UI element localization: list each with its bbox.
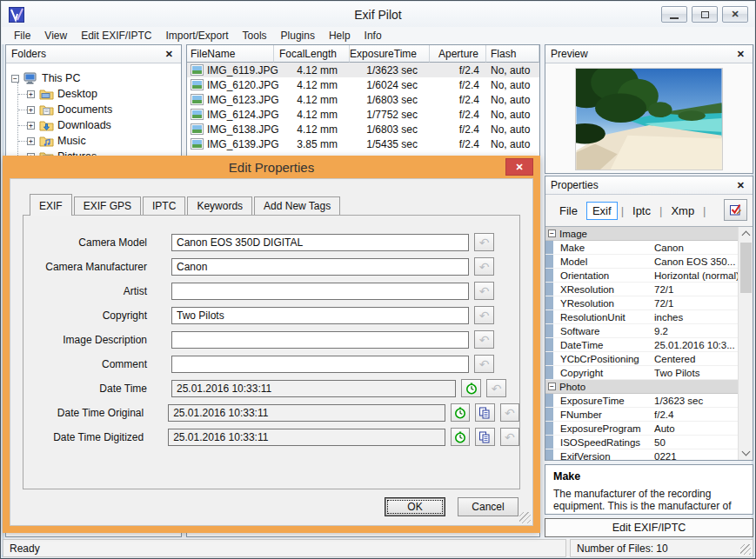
collapse-icon[interactable]: − — [548, 383, 556, 390]
property-row[interactable]: ModelCanon EOS 350... — [545, 255, 738, 269]
table-row[interactable]: IMG_6124.JPG 4.12 mm 1/7752 sec f/2.4 No… — [187, 107, 539, 122]
property-row[interactable]: YCbCrPositioningCentered — [545, 352, 738, 366]
property-row[interactable]: FNumberf/2.4 — [545, 408, 738, 422]
undo-button[interactable]: ↶ — [500, 403, 519, 422]
table-row[interactable]: IMG_6139.JPG 3.85 mm 1/5435 sec f/2.4 No… — [187, 136, 539, 151]
property-group-row[interactable]: −Image — [545, 227, 738, 241]
clock-button[interactable] — [461, 379, 481, 397]
property-row[interactable]: ResolutionUnitinches — [545, 310, 738, 324]
collapse-icon[interactable]: − — [11, 75, 19, 83]
minimize-button[interactable] — [661, 6, 687, 23]
scroll-up-icon[interactable] — [742, 231, 751, 240]
property-row[interactable]: ExifVersion0221 — [545, 449, 738, 460]
table-row[interactable]: IMG_6123.JPG 4.12 mm 1/6803 sec f/2.4 No… — [187, 92, 539, 107]
property-group-row[interactable]: −Photo — [545, 380, 738, 394]
cancel-button[interactable]: Cancel — [458, 497, 518, 516]
tree-item-documents[interactable]: + Documents — [6, 102, 181, 117]
menu-info[interactable]: Info — [358, 28, 389, 43]
clock-button[interactable] — [451, 403, 470, 422]
property-row[interactable]: DateTime25.01.2016 10:3... — [545, 338, 738, 352]
tab-add-new-tags[interactable]: Add New Tags — [254, 196, 340, 215]
dialog-resize-grip[interactable] — [519, 512, 531, 523]
property-row[interactable]: CopyrightTwo Pilots — [545, 366, 738, 380]
tab-iptc[interactable]: IPTC — [143, 196, 185, 215]
undo-button[interactable]: ↶ — [474, 257, 494, 276]
column-header-exposuretime[interactable]: ExposureTime — [350, 45, 430, 63]
properties-close-icon[interactable]: ✕ — [734, 180, 747, 191]
close-button[interactable]: ✕ — [722, 6, 748, 23]
menu-view[interactable]: View — [37, 28, 74, 43]
expand-icon[interactable]: + — [27, 122, 35, 130]
focal-length-value: 3.85 mm — [274, 138, 350, 150]
tab-file[interactable]: File — [554, 203, 583, 219]
dialog-close-button[interactable]: ✕ — [505, 158, 533, 176]
camera-manufacturer-field[interactable] — [171, 258, 469, 276]
undo-button[interactable]: ↶ — [474, 306, 494, 324]
tab-exif[interactable]: Exif — [586, 202, 618, 220]
column-header-focallength[interactable]: FocalLength — [274, 45, 350, 63]
column-header-filename[interactable]: FileName — [187, 45, 274, 63]
property-row[interactable]: ExposureProgramAuto — [545, 422, 738, 436]
property-row[interactable]: OrientationHorizontal (normal) — [545, 269, 738, 283]
property-row[interactable]: Software9.2 — [545, 324, 738, 338]
column-header-aperture[interactable]: Aperture — [430, 45, 486, 63]
focal-length-value: 4.12 mm — [274, 123, 350, 136]
tab-keywords[interactable]: Keywords — [187, 196, 252, 215]
expand-icon[interactable]: + — [27, 137, 35, 145]
undo-button[interactable]: ↶ — [474, 233, 494, 251]
menu-plugins[interactable]: Plugins — [274, 28, 322, 43]
menu-tools[interactable]: Tools — [236, 28, 274, 43]
date-time-digitized-field[interactable] — [168, 429, 445, 446]
tree-item-music[interactable]: + Music — [6, 133, 181, 149]
property-row[interactable]: XResolution72/1 — [545, 283, 738, 296]
clock-button[interactable] — [451, 428, 470, 446]
tab-exif[interactable]: EXIF — [30, 194, 72, 216]
menu-edit-exif-iptc[interactable]: Edit EXIF/IPTC — [74, 28, 158, 43]
camera-model-field[interactable] — [171, 234, 469, 251]
tab-xmp[interactable]: Xmp — [666, 203, 699, 219]
property-row[interactable]: ExposureTime1/3623 sec — [545, 394, 738, 408]
undo-button[interactable]: ↶ — [486, 379, 506, 397]
copy-button[interactable] — [475, 403, 494, 422]
date-time-original-field[interactable] — [168, 404, 445, 422]
tab-iptc[interactable]: Iptc — [627, 203, 656, 219]
collapse-icon[interactable]: − — [548, 230, 556, 237]
maximize-button[interactable] — [692, 6, 718, 23]
undo-button[interactable]: ↶ — [474, 330, 494, 349]
ok-button[interactable]: OK — [385, 497, 445, 516]
property-row[interactable]: MakeCanon — [545, 241, 738, 255]
expand-icon[interactable]: + — [27, 106, 35, 114]
menu-help[interactable]: Help — [322, 28, 358, 43]
scroll-down-icon[interactable] — [742, 448, 751, 456]
undo-button[interactable]: ↶ — [474, 355, 494, 373]
scrollbar-thumb[interactable] — [740, 243, 752, 293]
comment-field[interactable] — [171, 356, 469, 373]
tab-exif-gps[interactable]: EXIF GPS — [74, 196, 141, 215]
table-row[interactable]: IMG_6120.JPG 4.12 mm 1/6024 sec f/2.4 No… — [187, 77, 539, 92]
undo-button[interactable]: ↶ — [500, 428, 519, 446]
date-time-field[interactable] — [171, 380, 456, 397]
copy-button[interactable] — [475, 428, 494, 446]
resize-grip[interactable] — [740, 544, 751, 555]
property-row[interactable]: ISOSpeedRatings50 — [545, 436, 738, 449]
copyright-field[interactable] — [171, 307, 469, 324]
tree-item-desktop[interactable]: + Desktop — [6, 86, 181, 102]
table-row[interactable]: IMG_6138.JPG 4.12 mm 1/6803 sec f/2.4 No… — [187, 122, 539, 136]
folders-close-icon[interactable]: ✕ — [163, 49, 176, 60]
dialog-title-bar[interactable]: Edit Properties ✕ — [3, 156, 540, 178]
menu-file[interactable]: File — [7, 28, 37, 43]
properties-scrollbar[interactable] — [738, 227, 753, 460]
expand-icon[interactable]: + — [27, 90, 35, 98]
property-row[interactable]: YResolution72/1 — [545, 296, 738, 310]
tree-item-this-pc[interactable]: − This PC — [6, 70, 181, 86]
image-description-field[interactable] — [171, 331, 469, 349]
artist-field[interactable] — [171, 283, 469, 300]
edit-exif-iptc-button[interactable]: Edit EXIF/IPTC — [545, 518, 753, 537]
tree-item-downloads[interactable]: + Downloads — [6, 117, 181, 133]
undo-button[interactable]: ↶ — [474, 282, 494, 300]
table-row[interactable]: IMG_6119.JPG 4.12 mm 1/3623 sec f/2.4 No… — [187, 63, 539, 77]
column-header-flash[interactable]: Flash — [486, 45, 539, 63]
preview-close-icon[interactable]: ✕ — [734, 49, 747, 60]
edit-tags-button[interactable] — [724, 199, 747, 221]
menu-import-export[interactable]: Import/Export — [159, 28, 236, 43]
